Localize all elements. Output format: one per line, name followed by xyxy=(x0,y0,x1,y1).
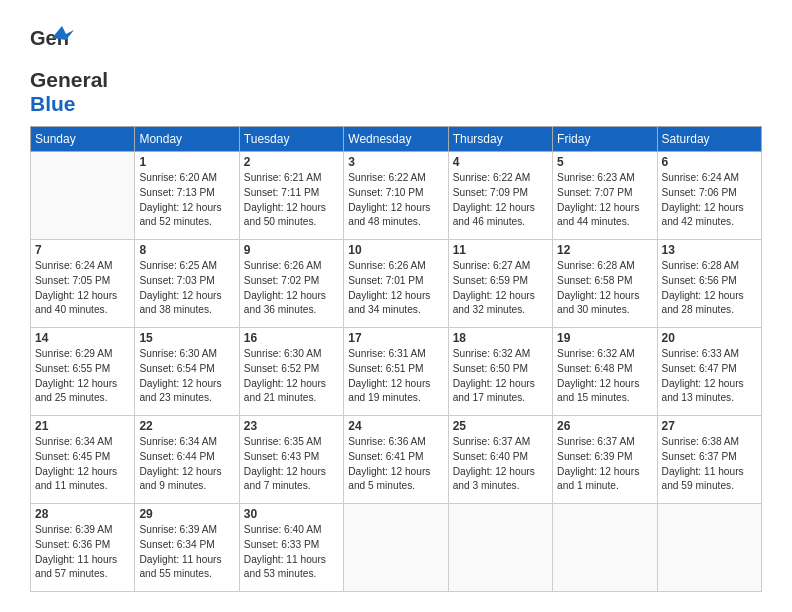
calendar-cell: 9Sunrise: 6:26 AM Sunset: 7:02 PM Daylig… xyxy=(239,240,343,328)
weekday-header-sunday: Sunday xyxy=(31,127,135,152)
calendar-cell: 26Sunrise: 6:37 AM Sunset: 6:39 PM Dayli… xyxy=(553,416,657,504)
calendar-cell: 15Sunrise: 6:30 AM Sunset: 6:54 PM Dayli… xyxy=(135,328,239,416)
calendar-cell: 8Sunrise: 6:25 AM Sunset: 7:03 PM Daylig… xyxy=(135,240,239,328)
day-info: Sunrise: 6:24 AM Sunset: 7:05 PM Dayligh… xyxy=(35,259,130,318)
day-info: Sunrise: 6:33 AM Sunset: 6:47 PM Dayligh… xyxy=(662,347,757,406)
calendar-cell: 4Sunrise: 6:22 AM Sunset: 7:09 PM Daylig… xyxy=(448,152,552,240)
calendar-cell: 29Sunrise: 6:39 AM Sunset: 6:34 PM Dayli… xyxy=(135,504,239,592)
day-info: Sunrise: 6:28 AM Sunset: 6:56 PM Dayligh… xyxy=(662,259,757,318)
calendar-cell: 7Sunrise: 6:24 AM Sunset: 7:05 PM Daylig… xyxy=(31,240,135,328)
day-number: 27 xyxy=(662,419,757,433)
calendar-cell xyxy=(553,504,657,592)
calendar-cell: 10Sunrise: 6:26 AM Sunset: 7:01 PM Dayli… xyxy=(344,240,448,328)
day-number: 10 xyxy=(348,243,443,257)
day-info: Sunrise: 6:30 AM Sunset: 6:54 PM Dayligh… xyxy=(139,347,234,406)
calendar-cell: 18Sunrise: 6:32 AM Sunset: 6:50 PM Dayli… xyxy=(448,328,552,416)
calendar-cell: 3Sunrise: 6:22 AM Sunset: 7:10 PM Daylig… xyxy=(344,152,448,240)
day-number: 7 xyxy=(35,243,130,257)
day-number: 25 xyxy=(453,419,548,433)
weekday-header-monday: Monday xyxy=(135,127,239,152)
day-number: 16 xyxy=(244,331,339,345)
day-info: Sunrise: 6:37 AM Sunset: 6:39 PM Dayligh… xyxy=(557,435,652,494)
day-info: Sunrise: 6:21 AM Sunset: 7:11 PM Dayligh… xyxy=(244,171,339,230)
day-info: Sunrise: 6:34 AM Sunset: 6:45 PM Dayligh… xyxy=(35,435,130,494)
day-number: 22 xyxy=(139,419,234,433)
day-info: Sunrise: 6:22 AM Sunset: 7:09 PM Dayligh… xyxy=(453,171,548,230)
day-number: 5 xyxy=(557,155,652,169)
calendar-cell: 16Sunrise: 6:30 AM Sunset: 6:52 PM Dayli… xyxy=(239,328,343,416)
calendar-cell: 22Sunrise: 6:34 AM Sunset: 6:44 PM Dayli… xyxy=(135,416,239,504)
calendar-table: SundayMondayTuesdayWednesdayThursdayFrid… xyxy=(30,126,762,592)
calendar-cell: 21Sunrise: 6:34 AM Sunset: 6:45 PM Dayli… xyxy=(31,416,135,504)
weekday-header-wednesday: Wednesday xyxy=(344,127,448,152)
calendar-cell: 25Sunrise: 6:37 AM Sunset: 6:40 PM Dayli… xyxy=(448,416,552,504)
week-row-3: 14Sunrise: 6:29 AM Sunset: 6:55 PM Dayli… xyxy=(31,328,762,416)
day-number: 6 xyxy=(662,155,757,169)
day-info: Sunrise: 6:26 AM Sunset: 7:02 PM Dayligh… xyxy=(244,259,339,318)
day-info: Sunrise: 6:24 AM Sunset: 7:06 PM Dayligh… xyxy=(662,171,757,230)
day-info: Sunrise: 6:27 AM Sunset: 6:59 PM Dayligh… xyxy=(453,259,548,318)
weekday-header-tuesday: Tuesday xyxy=(239,127,343,152)
day-info: Sunrise: 6:30 AM Sunset: 6:52 PM Dayligh… xyxy=(244,347,339,406)
weekday-header-saturday: Saturday xyxy=(657,127,761,152)
calendar-cell: 24Sunrise: 6:36 AM Sunset: 6:41 PM Dayli… xyxy=(344,416,448,504)
day-info: Sunrise: 6:29 AM Sunset: 6:55 PM Dayligh… xyxy=(35,347,130,406)
day-number: 13 xyxy=(662,243,757,257)
day-number: 29 xyxy=(139,507,234,521)
day-info: Sunrise: 6:39 AM Sunset: 6:36 PM Dayligh… xyxy=(35,523,130,582)
day-info: Sunrise: 6:32 AM Sunset: 6:48 PM Dayligh… xyxy=(557,347,652,406)
day-number: 18 xyxy=(453,331,548,345)
bird-icon xyxy=(52,26,74,48)
day-info: Sunrise: 6:39 AM Sunset: 6:34 PM Dayligh… xyxy=(139,523,234,582)
day-info: Sunrise: 6:36 AM Sunset: 6:41 PM Dayligh… xyxy=(348,435,443,494)
day-number: 2 xyxy=(244,155,339,169)
day-number: 12 xyxy=(557,243,652,257)
calendar-cell xyxy=(344,504,448,592)
day-info: Sunrise: 6:31 AM Sunset: 6:51 PM Dayligh… xyxy=(348,347,443,406)
day-number: 20 xyxy=(662,331,757,345)
day-number: 28 xyxy=(35,507,130,521)
day-number: 11 xyxy=(453,243,548,257)
svg-marker-0 xyxy=(52,26,74,40)
day-number: 19 xyxy=(557,331,652,345)
calendar-cell: 13Sunrise: 6:28 AM Sunset: 6:56 PM Dayli… xyxy=(657,240,761,328)
day-number: 4 xyxy=(453,155,548,169)
day-info: Sunrise: 6:38 AM Sunset: 6:37 PM Dayligh… xyxy=(662,435,757,494)
week-row-1: 1Sunrise: 6:20 AM Sunset: 7:13 PM Daylig… xyxy=(31,152,762,240)
day-number: 3 xyxy=(348,155,443,169)
day-info: Sunrise: 6:25 AM Sunset: 7:03 PM Dayligh… xyxy=(139,259,234,318)
calendar-cell: 23Sunrise: 6:35 AM Sunset: 6:43 PM Dayli… xyxy=(239,416,343,504)
day-number: 1 xyxy=(139,155,234,169)
day-info: Sunrise: 6:40 AM Sunset: 6:33 PM Dayligh… xyxy=(244,523,339,582)
day-number: 30 xyxy=(244,507,339,521)
weekday-header-thursday: Thursday xyxy=(448,127,552,152)
calendar-cell: 14Sunrise: 6:29 AM Sunset: 6:55 PM Dayli… xyxy=(31,328,135,416)
header: Gen General Blue xyxy=(30,20,762,116)
day-number: 8 xyxy=(139,243,234,257)
day-info: Sunrise: 6:32 AM Sunset: 6:50 PM Dayligh… xyxy=(453,347,548,406)
day-number: 23 xyxy=(244,419,339,433)
calendar-cell: 1Sunrise: 6:20 AM Sunset: 7:13 PM Daylig… xyxy=(135,152,239,240)
calendar-cell xyxy=(31,152,135,240)
day-number: 14 xyxy=(35,331,130,345)
calendar-cell: 2Sunrise: 6:21 AM Sunset: 7:11 PM Daylig… xyxy=(239,152,343,240)
calendar-cell: 19Sunrise: 6:32 AM Sunset: 6:48 PM Dayli… xyxy=(553,328,657,416)
day-info: Sunrise: 6:35 AM Sunset: 6:43 PM Dayligh… xyxy=(244,435,339,494)
day-info: Sunrise: 6:23 AM Sunset: 7:07 PM Dayligh… xyxy=(557,171,652,230)
day-number: 9 xyxy=(244,243,339,257)
calendar-cell xyxy=(657,504,761,592)
day-number: 17 xyxy=(348,331,443,345)
day-info: Sunrise: 6:28 AM Sunset: 6:58 PM Dayligh… xyxy=(557,259,652,318)
calendar-cell: 28Sunrise: 6:39 AM Sunset: 6:36 PM Dayli… xyxy=(31,504,135,592)
calendar-cell: 27Sunrise: 6:38 AM Sunset: 6:37 PM Dayli… xyxy=(657,416,761,504)
day-number: 26 xyxy=(557,419,652,433)
logo: Gen General Blue xyxy=(30,28,108,116)
day-info: Sunrise: 6:34 AM Sunset: 6:44 PM Dayligh… xyxy=(139,435,234,494)
day-info: Sunrise: 6:37 AM Sunset: 6:40 PM Dayligh… xyxy=(453,435,548,494)
calendar-cell: 30Sunrise: 6:40 AM Sunset: 6:33 PM Dayli… xyxy=(239,504,343,592)
day-info: Sunrise: 6:26 AM Sunset: 7:01 PM Dayligh… xyxy=(348,259,443,318)
day-number: 21 xyxy=(35,419,130,433)
day-info: Sunrise: 6:22 AM Sunset: 7:10 PM Dayligh… xyxy=(348,171,443,230)
day-number: 24 xyxy=(348,419,443,433)
calendar-cell: 17Sunrise: 6:31 AM Sunset: 6:51 PM Dayli… xyxy=(344,328,448,416)
